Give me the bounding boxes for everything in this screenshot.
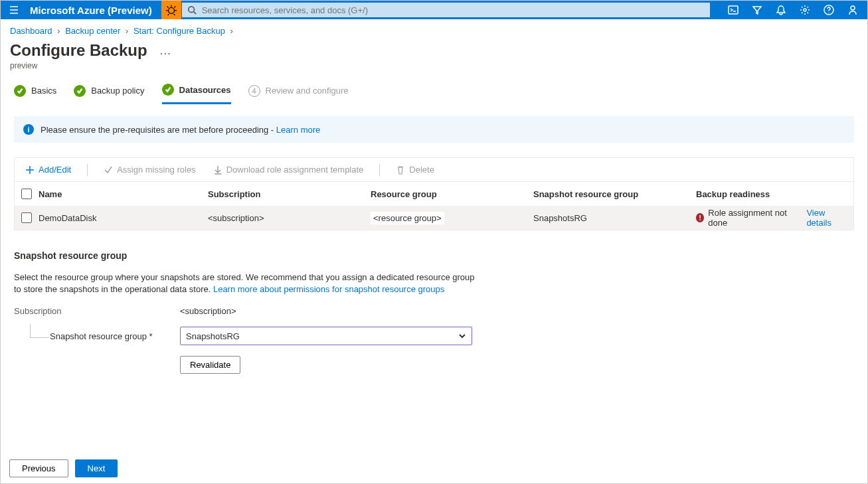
step-basics[interactable]: Basics (14, 85, 56, 104)
subscription-value: <subscription> (180, 306, 236, 316)
breadcrumb-configure-backup[interactable]: Start: Configure Backup (133, 26, 225, 36)
help-icon[interactable] (817, 1, 841, 19)
checkmark-icon (104, 165, 113, 175)
svg-point-0 (168, 7, 174, 13)
breadcrumb: Dashboard › Backup center › Start: Confi… (1, 19, 867, 39)
brand-label: Microsoft Azure (Preview) (27, 5, 161, 16)
hamburger-menu-button[interactable] (1, 1, 27, 19)
cell-snapshot-rg: SnapshotsRG (533, 213, 696, 223)
notifications-icon[interactable] (769, 1, 793, 19)
svg-point-1 (188, 7, 194, 13)
download-icon (213, 165, 222, 175)
snapshot-rg-heading: Snapshot resource group (14, 250, 854, 261)
step-datasources-label: Datasources (179, 85, 231, 95)
chevron-down-icon (458, 332, 466, 340)
cell-subscription: <subscription> (208, 213, 371, 223)
download-template-label: Download role assignment template (226, 165, 364, 175)
checkmark-icon (162, 84, 174, 96)
toolbar-divider (379, 164, 380, 176)
datasource-table: Name Subscription Resource group Snapsho… (14, 182, 854, 230)
col-name-header: Name (39, 189, 208, 199)
search-icon (187, 5, 197, 15)
plus-icon (25, 165, 35, 175)
info-banner: i Please ensure the pre-requisites are m… (14, 116, 854, 143)
error-icon: ! (696, 213, 704, 222)
snapshot-rg-select[interactable]: SnapshotsRG (180, 327, 472, 345)
delete-button: Delete (391, 162, 440, 177)
checkmark-icon (74, 85, 86, 97)
datasource-toolbar: Add/Edit Assign missing roles Download r… (14, 157, 854, 182)
page-title: Configure Backup (10, 41, 147, 60)
select-all-checkbox[interactable] (21, 189, 32, 199)
info-text: Please ensure the pre-requisites are met… (41, 125, 276, 135)
cloud-shell-icon[interactable] (721, 1, 745, 19)
row-checkbox[interactable] (21, 212, 32, 223)
step-backup-policy[interactable]: Backup policy (74, 85, 144, 104)
snapshot-rg-learn-more-link[interactable]: Learn more about permissions for snapsho… (213, 284, 444, 294)
top-bar: Microsoft Azure (Preview) (1, 1, 867, 19)
add-edit-button[interactable]: Add/Edit (20, 162, 76, 177)
chevron-right-icon: › (123, 26, 131, 36)
assign-roles-button: Assign missing roles (98, 162, 201, 177)
subscription-row: Subscription <subscription> (14, 306, 854, 316)
step-review-label: Review and configure (266, 86, 349, 96)
page-title-row: Configure Backup … (1, 39, 867, 61)
cell-resource-group: <resource group> (371, 212, 444, 224)
toolbar-divider (87, 164, 88, 176)
next-button[interactable]: Next (75, 459, 118, 477)
svg-point-5 (851, 6, 855, 10)
subscription-label: Subscription (14, 306, 180, 316)
preview-bug-button[interactable] (161, 1, 181, 19)
more-actions-button[interactable]: … (159, 44, 172, 58)
cell-name: DemoDataDisk (39, 213, 208, 223)
assign-roles-label: Assign missing roles (117, 165, 196, 175)
step-number-icon: 4 (248, 85, 260, 97)
table-header-row: Name Subscription Resource group Snapsho… (15, 182, 853, 206)
revalidate-button[interactable]: Revalidate (180, 356, 240, 374)
col-resource-group-header: Resource group (371, 189, 533, 199)
info-learn-more-link[interactable]: Learn more (276, 125, 320, 135)
svg-point-3 (804, 9, 806, 11)
cell-readiness: Role assignment not done (708, 208, 796, 228)
view-details-link[interactable]: View details (806, 208, 847, 228)
wizard-steps: Basics Backup policy Datasources 4 Revie… (1, 84, 867, 104)
col-readiness-header: Backup readiness (696, 189, 847, 199)
directory-filter-icon[interactable] (745, 1, 769, 19)
step-basics-label: Basics (31, 86, 56, 96)
checkmark-icon (14, 85, 26, 97)
top-right-icons (721, 1, 867, 19)
search-input[interactable] (202, 5, 705, 15)
step-backup-policy-label: Backup policy (91, 86, 144, 96)
table-row[interactable]: DemoDataDisk <subscription> <resource gr… (15, 206, 853, 230)
info-icon: i (23, 124, 34, 135)
step-datasources[interactable]: Datasources (162, 84, 231, 104)
wizard-footer: Previous Next (9, 459, 118, 477)
add-edit-label: Add/Edit (39, 165, 71, 175)
global-search[interactable] (181, 2, 711, 18)
breadcrumb-backup-center[interactable]: Backup center (65, 26, 120, 36)
settings-icon[interactable] (793, 1, 817, 19)
page-subtitle: preview (1, 61, 867, 84)
snapshot-rg-label: Snapshot resource group * (14, 331, 180, 341)
feedback-icon[interactable] (841, 1, 865, 19)
snapshot-rg-description: Select the resource group where your sna… (14, 272, 479, 295)
chevron-right-icon: › (228, 26, 236, 36)
snapshot-rg-row: Snapshot resource group * SnapshotsRG (14, 327, 854, 345)
chevron-right-icon: › (54, 26, 62, 36)
breadcrumb-dashboard[interactable]: Dashboard (10, 26, 52, 36)
step-review[interactable]: 4 Review and configure (248, 85, 349, 104)
delete-label: Delete (409, 165, 434, 175)
snapshot-rg-select-value: SnapshotsRG (186, 331, 240, 341)
trash-icon (396, 165, 405, 175)
col-subscription-header: Subscription (208, 189, 371, 199)
col-snapshot-rg-header: Snapshot resource group (533, 189, 696, 199)
download-template-button: Download role assignment template (208, 162, 369, 177)
previous-button[interactable]: Previous (9, 459, 68, 477)
